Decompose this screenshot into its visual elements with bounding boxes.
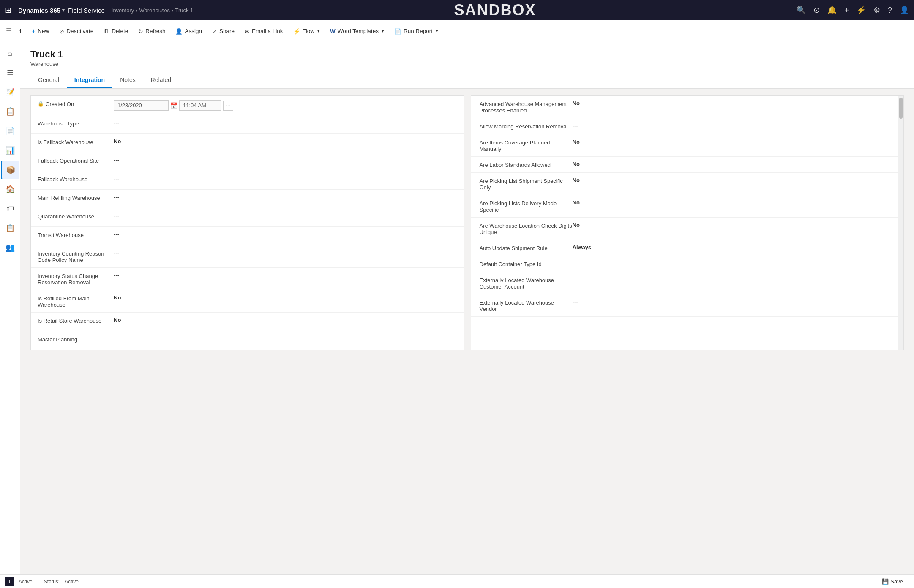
- top-navigation: ⊞ Dynamics 365 ▾ Field Service Inventory…: [0, 0, 914, 20]
- delete-icon: 🗑: [104, 28, 109, 34]
- fallback-warehouse-row: Fallback Warehouse ---: [31, 171, 464, 190]
- is-refilled-from-main-value: No: [114, 294, 457, 301]
- command-bar: ☰ ℹ + New ⊘ Deactivate 🗑 Delete ↻ Refres…: [0, 20, 914, 42]
- scroll-thumb[interactable]: [899, 98, 903, 119]
- record-title: Truck 1: [30, 49, 904, 60]
- master-planning-label: Master Planning: [38, 335, 114, 343]
- auto-update-shipment-value: Always: [573, 244, 895, 250]
- save-icon: 💾: [882, 578, 889, 585]
- allow-marking-row: Allow Marking Reservation Removal ---: [471, 118, 904, 134]
- sidebar-item-home[interactable]: ⌂: [1, 44, 19, 63]
- search-icon[interactable]: 🔍: [797, 5, 806, 15]
- email-icon: ✉: [245, 28, 250, 35]
- refresh-button[interactable]: ↻ Refresh: [133, 22, 170, 41]
- scrollbar[interactable]: [898, 96, 903, 350]
- transit-warehouse-row: Transit Warehouse ---: [31, 227, 464, 245]
- focus-icon[interactable]: ⊙: [813, 5, 820, 15]
- share-icon: ↗: [212, 28, 217, 35]
- add-icon[interactable]: +: [844, 6, 849, 15]
- waffle-menu[interactable]: ⊞: [5, 5, 11, 15]
- brand-name[interactable]: Dynamics 365 ▾: [18, 7, 65, 14]
- filter-icon[interactable]: ⚡: [857, 5, 866, 15]
- is-fallback-warehouse-row: Is Fallback Warehouse No: [31, 134, 464, 152]
- flow-button[interactable]: ⚡ Flow: [288, 22, 325, 41]
- fallback-warehouse-value: ---: [114, 175, 457, 182]
- transit-warehouse-value: ---: [114, 231, 457, 237]
- notification-icon[interactable]: 🔔: [827, 5, 837, 15]
- deactivate-button[interactable]: ⊘ Deactivate: [54, 22, 98, 41]
- date-input[interactable]: [114, 100, 169, 111]
- warehouse-type-value: ---: [114, 120, 457, 126]
- allow-marking-label: Allow Marking Reservation Removal: [480, 122, 573, 130]
- user-avatar[interactable]: 👤: [900, 5, 909, 15]
- are-picking-list-shipment-value: No: [573, 177, 895, 183]
- save-button[interactable]: 💾 Save: [876, 577, 909, 586]
- main-refilling-warehouse-row: Main Refilling Warehouse ---: [31, 190, 464, 208]
- sidebar-item-list[interactable]: ☰: [1, 63, 19, 82]
- sidebar-item-users[interactable]: 👥: [1, 238, 19, 257]
- created-on-row: 🔒 Created On 📅 ···: [31, 96, 464, 115]
- calendar-icon[interactable]: 📅: [170, 102, 177, 109]
- email-link-button[interactable]: ✉ Email a Link: [240, 22, 288, 41]
- status-separator: |: [38, 579, 39, 585]
- word-templates-button[interactable]: W Word Templates: [325, 22, 389, 41]
- is-fallback-warehouse-value: No: [114, 138, 457, 144]
- is-retail-store-value: No: [114, 317, 457, 323]
- is-retail-store-label: Is Retail Store Warehouse: [38, 317, 114, 324]
- sidebar-collapse-button[interactable]: ☰: [3, 22, 14, 41]
- sidebar-item-document[interactable]: 📄: [1, 122, 19, 140]
- info-icon: ℹ: [19, 28, 22, 35]
- tab-notes[interactable]: Notes: [112, 72, 143, 88]
- default-container-row: Default Container Type Id ---: [471, 256, 904, 272]
- brand-chevron-icon[interactable]: ▾: [62, 8, 65, 13]
- deactivate-icon: ⊘: [59, 28, 64, 35]
- settings-icon[interactable]: ⚙: [873, 5, 880, 15]
- tab-general[interactable]: General: [30, 72, 67, 88]
- are-items-coverage-value: No: [573, 139, 895, 145]
- sidebar-item-warehouse[interactable]: 🏠: [1, 180, 19, 199]
- sidebar-item-inventory[interactable]: 📦: [1, 161, 19, 179]
- time-ellipsis-button[interactable]: ···: [223, 101, 233, 111]
- inventory-status-value: ---: [114, 272, 457, 278]
- new-button[interactable]: + New: [27, 22, 54, 41]
- share-button[interactable]: ↗ Share: [207, 22, 240, 41]
- are-warehouse-location-label: Are Warehouse Location Check Digits Uniq…: [480, 222, 573, 235]
- sidebar-item-clipboard[interactable]: 📋: [1, 102, 19, 121]
- tab-integration[interactable]: Integration: [67, 72, 112, 88]
- tab-related[interactable]: Related: [143, 72, 179, 88]
- assign-button[interactable]: 👤 Assign: [170, 22, 207, 41]
- transit-warehouse-label: Transit Warehouse: [38, 231, 114, 238]
- module-name[interactable]: Field Service: [68, 7, 105, 14]
- are-warehouse-location-value: No: [573, 222, 895, 228]
- help-icon[interactable]: ?: [888, 6, 892, 15]
- left-form-column: 🔒 Created On 📅 ··· Warehouse Type ---: [30, 95, 464, 350]
- fallback-operational-site-row: Fallback Operational Site ---: [31, 152, 464, 171]
- status-value: Active: [65, 579, 79, 585]
- user-initial-badge: I: [5, 577, 14, 586]
- auto-update-shipment-row: Auto Update Shipment Rule Always: [471, 240, 904, 256]
- warehouse-type-label: Warehouse Type: [38, 120, 114, 127]
- sidebar-item-report[interactable]: 📋: [1, 219, 19, 237]
- inventory-counting-label: Inventory Counting Reason Code Policy Na…: [38, 250, 114, 263]
- is-fallback-warehouse-label: Is Fallback Warehouse: [38, 138, 114, 145]
- new-icon: +: [32, 27, 35, 35]
- sidebar-item-chart[interactable]: 📊: [1, 141, 19, 160]
- externally-located-vendor-row: Externally Located Warehouse Vendor ---: [471, 294, 904, 317]
- sidebar-item-tag[interactable]: 🏷: [1, 199, 19, 218]
- fallback-operational-site-value: ---: [114, 157, 457, 163]
- main-content: Truck 1 Warehouse General Integration No…: [20, 42, 914, 574]
- record-header: Truck 1 Warehouse General Integration No…: [20, 42, 914, 89]
- default-container-label: Default Container Type Id: [480, 260, 573, 267]
- externally-located-vendor-value: ---: [573, 299, 895, 305]
- run-report-button[interactable]: 📄 Run Report: [389, 22, 443, 41]
- externally-located-vendor-label: Externally Located Warehouse Vendor: [480, 299, 573, 312]
- delete-button[interactable]: 🗑 Delete: [98, 22, 133, 41]
- word-templates-icon: W: [330, 28, 336, 34]
- are-labor-standards-row: Are Labor Standards Allowed No: [471, 157, 904, 173]
- inventory-counting-row: Inventory Counting Reason Code Policy Na…: [31, 245, 464, 268]
- sidebar-item-notes[interactable]: 📝: [1, 83, 19, 101]
- info-button[interactable]: ℹ: [14, 22, 27, 41]
- breadcrumb: Inventory › Warehouses › Truck 1: [112, 7, 194, 14]
- time-input[interactable]: [179, 100, 221, 111]
- status-bar: I Active | Status: Active 💾 Save: [0, 574, 914, 588]
